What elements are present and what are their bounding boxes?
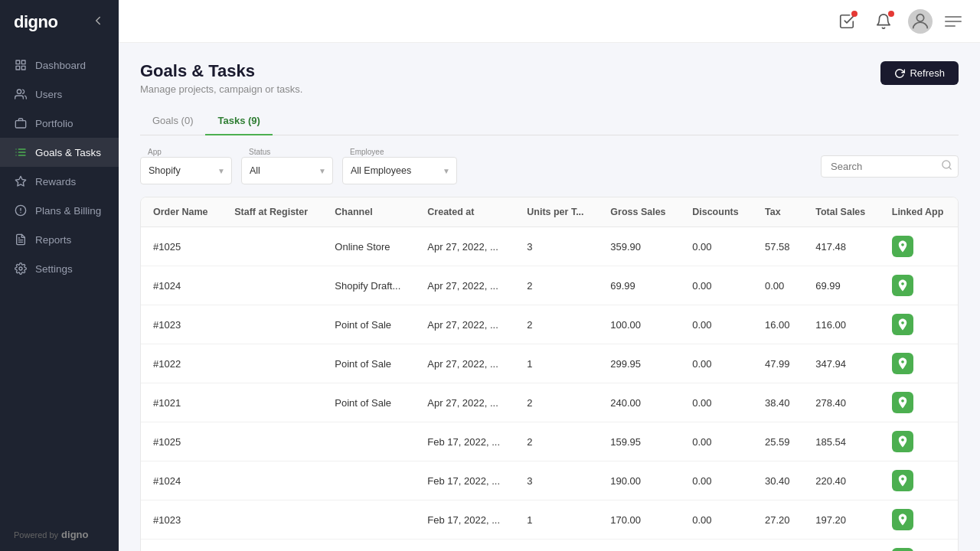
app-filter-dropdown[interactable]: Shopify ▼ [140, 157, 232, 184]
linked-app-icon [892, 431, 913, 452]
employee-filter-wrapper: Employee All Employees ▼ [342, 148, 457, 184]
linked-app-icon [892, 236, 913, 257]
table-row: #1025Feb 17, 2022, ...2159.950.0025.5918… [141, 422, 958, 461]
cell-linked-app [880, 461, 958, 500]
sidebar-item-label: Settings [35, 263, 73, 275]
cell-linked-app [880, 266, 958, 305]
cell-6: 0.00 [680, 422, 753, 461]
cell-1 [222, 422, 322, 461]
notifications-icon-button[interactable] [871, 9, 896, 34]
linked-app-icon [892, 314, 913, 335]
cell-6: 0.00 [680, 500, 753, 540]
cell-7: 57.58 [753, 227, 803, 266]
cell-4: 2 [514, 266, 598, 305]
cell-3: Feb 9, 2022, ... [415, 540, 514, 552]
sidebar-item-users[interactable]: Users [0, 80, 119, 109]
cell-linked-app [880, 344, 958, 383]
status-filter-label: Status [241, 148, 333, 156]
cell-1 [222, 227, 322, 266]
cell-6: 0.00 [680, 266, 753, 305]
cell-7: 30.40 [753, 461, 803, 500]
employee-filter-chevron-icon: ▼ [443, 167, 450, 175]
sidebar: digno Dashboard Users Portfolio [0, 0, 119, 551]
employee-filter-value: All Employees [351, 165, 411, 176]
table-row: #1024Feb 17, 2022, ...3190.000.0030.4022… [141, 461, 958, 500]
cell-0: #1025 [141, 422, 222, 461]
cell-0: #1021 [141, 383, 222, 422]
avatar[interactable] [908, 9, 933, 34]
svg-line-21 [949, 167, 951, 169]
cell-5: 190.00 [598, 461, 680, 500]
svg-rect-0 [16, 60, 20, 64]
table-row: #1023Feb 17, 2022, ...1170.000.0027.2019… [141, 500, 958, 540]
col-units: Units per T... [514, 197, 598, 227]
cell-8: 197.20 [803, 500, 880, 540]
cell-4: 1 [514, 540, 598, 552]
app-filter-value: Shopify [149, 165, 181, 176]
topbar [119, 0, 980, 43]
sidebar-item-goals-tasks[interactable]: Goals & Tasks [0, 138, 119, 167]
linked-app-icon [892, 353, 913, 374]
employee-filter-dropdown[interactable]: All Employees ▼ [342, 157, 457, 184]
cell-7: 47.99 [753, 344, 803, 383]
cell-8: 278.40 [803, 383, 880, 422]
sidebar-item-rewards[interactable]: Rewards [0, 167, 119, 196]
billing-icon [14, 204, 28, 217]
search-input[interactable] [821, 155, 959, 178]
hamburger-menu-button[interactable] [945, 16, 962, 27]
cell-6: 0.00 [680, 305, 753, 344]
tasks-icon-button[interactable] [835, 9, 859, 34]
tab-tasks[interactable]: Tasks (9) [205, 107, 272, 135]
tab-goals[interactable]: Goals (0) [140, 107, 205, 135]
cell-0: #1022 [141, 540, 222, 552]
sidebar-item-reports[interactable]: Reports [0, 225, 119, 254]
status-filter-dropdown[interactable]: All ▼ [241, 157, 333, 184]
search-icon-button[interactable] [941, 159, 952, 173]
cell-6: 0.00 [680, 383, 753, 422]
col-channel: Channel [322, 197, 415, 227]
sidebar-item-portfolio[interactable]: Portfolio [0, 109, 119, 138]
cell-0: #1022 [141, 344, 222, 383]
sidebar-item-plans-billing[interactable]: Plans & Billing [0, 196, 119, 225]
cell-7: 16.00 [753, 305, 803, 344]
tabs-bar: Goals (0) Tasks (9) [140, 107, 959, 135]
cell-6: 0.00 [680, 461, 753, 500]
cell-8: 347.94 [803, 344, 880, 383]
sidebar-nav: Dashboard Users Portfolio Goals & Tasks [0, 44, 119, 518]
cell-1 [222, 383, 322, 422]
table-row: #1021Point of SaleApr 27, 2022, ...2240.… [141, 383, 958, 422]
app-filter-chevron-icon: ▼ [217, 167, 225, 175]
table-header-row: Order Name Staff at Register Channel Cre… [141, 197, 958, 227]
cell-2: Point of Sale [322, 305, 415, 344]
page-title: Goals & Tasks [140, 61, 302, 81]
cell-5: 69.99 [598, 266, 680, 305]
cell-8: 185.54 [803, 422, 880, 461]
cell-4: 2 [514, 383, 598, 422]
sidebar-item-label: Plans & Billing [35, 205, 101, 217]
table-row: #1022Point of SaleApr 27, 2022, ...1299.… [141, 344, 958, 383]
page-body: Goals & Tasks Manage projects, campaign … [119, 43, 980, 551]
sidebar-collapse-button[interactable] [91, 14, 105, 31]
sidebar-item-dashboard[interactable]: Dashboard [0, 51, 119, 80]
col-gross: Gross Sales [598, 197, 680, 227]
sidebar-item-label: Portfolio [35, 118, 74, 129]
sidebar-logo-area: digno [0, 0, 119, 44]
cell-2 [322, 422, 415, 461]
cell-3: Feb 17, 2022, ... [415, 500, 514, 540]
search-icon [941, 159, 952, 171]
cell-6: 0.00 [680, 540, 753, 552]
search-wrapper [821, 155, 959, 178]
settings-icon [14, 262, 28, 276]
cell-1 [222, 344, 322, 383]
portfolio-icon [14, 116, 28, 130]
col-order-name: Order Name [141, 197, 222, 227]
cell-2: Point of Sale [322, 344, 415, 383]
cell-linked-app [880, 383, 958, 422]
sidebar-item-settings[interactable]: Settings [0, 254, 119, 283]
cell-3: Apr 27, 2022, ... [415, 305, 514, 344]
cell-4: 3 [514, 461, 598, 500]
col-created: Created at [415, 197, 514, 227]
cell-7: 25.59 [753, 422, 803, 461]
cell-linked-app [880, 422, 958, 461]
refresh-button[interactable]: Refresh [880, 61, 959, 85]
